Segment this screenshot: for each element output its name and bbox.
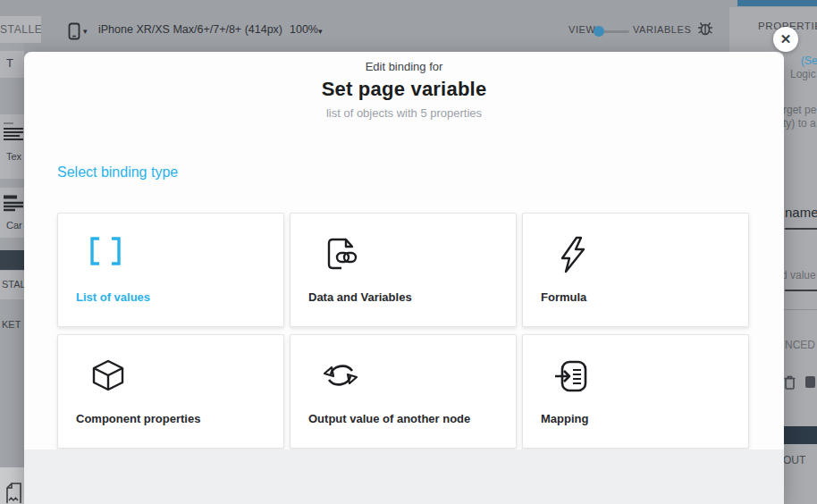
document-icon[interactable] [4, 483, 23, 504]
modal-subtitle: list of objects with 5 properties [24, 106, 784, 120]
component-text-label[interactable]: Tex [6, 151, 21, 162]
binding-card-data-and-variables[interactable]: Data and Variables [290, 213, 517, 327]
binding-card-component-properties[interactable]: Component properties [57, 334, 284, 449]
view-label[interactable]: VIEW [569, 24, 595, 35]
tab-installed[interactable]: STALLED [0, 16, 41, 43]
device-label[interactable]: iPhone XR/XS Max/6+/7+/8+ (414px) [98, 23, 282, 36]
document-link-icon [321, 235, 360, 274]
text-lines-icon [3, 122, 23, 143]
binding-card-label: Data and Variables [308, 290, 412, 304]
sidebar-market-fragment[interactable]: KET [2, 319, 21, 330]
modal-footer [24, 449, 784, 504]
zoom-level[interactable]: 100% [290, 23, 318, 36]
select-binding-type-label: Select binding type [57, 164, 178, 181]
name-field-fragment[interactable]: name [785, 205, 817, 220]
binding-card-label: Formula [541, 290, 586, 304]
advanced-label-fragment[interactable]: NCED [785, 339, 815, 351]
component-typography[interactable]: T [6, 56, 13, 70]
binding-card-mapping[interactable]: Mapping [522, 334, 749, 449]
close-icon[interactable]: ✕ [773, 27, 798, 52]
device-caret-icon[interactable]: ▾ [83, 27, 88, 36]
cube-icon [88, 357, 128, 396]
binding-type-grid: List of values Data and Variables [57, 213, 751, 449]
settings-link-fragment[interactable]: (Se [801, 55, 817, 67]
brackets-icon [88, 235, 122, 267]
card-lines-icon [3, 195, 23, 213]
zoom-caret-icon[interactable]: ▾ [318, 27, 323, 36]
binding-card-label: List of values [76, 290, 150, 304]
lightning-icon [553, 235, 593, 274]
preview-button-edge[interactable] [737, 0, 817, 6]
name-field-underline [785, 228, 817, 230]
sync-arrows-icon [321, 357, 360, 396]
value-field-fragment[interactable]: d value [781, 269, 816, 281]
copy-icon[interactable] [805, 376, 815, 388]
logic-label-fragment: Logic [790, 68, 816, 80]
binding-card-label: Mapping [541, 412, 588, 425]
sidebar-installed-fragment[interactable]: STAL [2, 279, 26, 290]
sidebar-dark-bar [0, 250, 24, 270]
binding-card-output-value[interactable]: Output value of another node [290, 334, 517, 449]
binding-card-formula[interactable]: Formula [522, 213, 749, 327]
bug-icon[interactable] [697, 21, 713, 36]
mapping-icon [553, 357, 593, 396]
device-icon[interactable] [68, 22, 80, 40]
edit-binding-modal: Edit binding for Set page variable list … [24, 52, 784, 504]
component-card-label[interactable]: Car [6, 220, 22, 231]
trash-icon[interactable] [783, 375, 796, 390]
screen: STALLED ▾ iPhone XR/XS Max/6+/7+/8+ (414… [0, 0, 817, 504]
modal-title: Set page variable [24, 78, 784, 101]
value-field-underline [785, 290, 817, 291]
layout-tab-fragment[interactable]: OUT [783, 454, 805, 466]
description-fragment-1: rget pe [783, 104, 816, 116]
panel-divider [784, 309, 817, 310]
description-fragment-2: ty) to a [783, 117, 816, 130]
variables-label[interactable]: VARIABLES [633, 24, 691, 35]
toggle-dot[interactable] [594, 26, 604, 37]
binding-card-label: Component properties [76, 412, 200, 425]
binding-card-label: Output value of another node [308, 412, 470, 425]
binding-card-list-of-values[interactable]: List of values [57, 213, 284, 327]
modal-header: Edit binding for Set page variable list … [24, 60, 784, 120]
modal-eyebrow: Edit binding for [24, 60, 784, 73]
